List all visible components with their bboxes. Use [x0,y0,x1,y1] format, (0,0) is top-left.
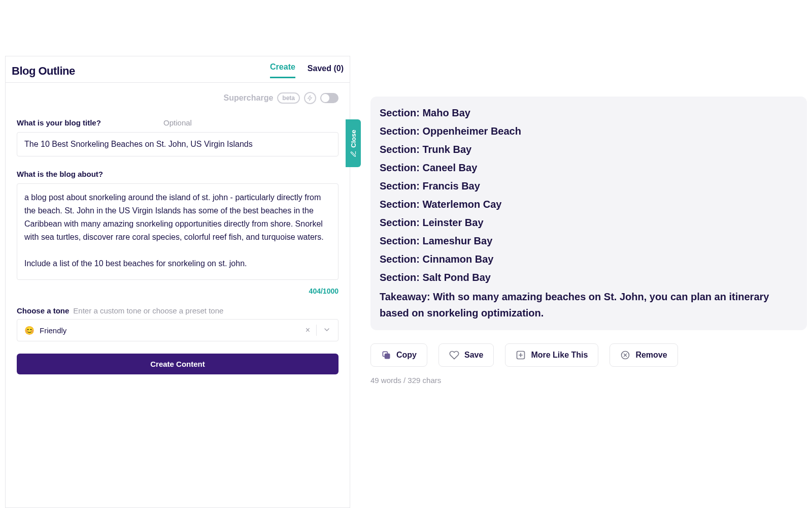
tone-text: Friendly [40,326,66,335]
clear-icon[interactable]: × [306,326,310,335]
remove-label: Remove [635,351,667,360]
tab-saved[interactable]: Saved (0) [308,64,344,78]
header-row: Blog Outline Create Saved (0) [6,56,350,83]
output-card: Section: Maho Bay Section: Oppenheimer B… [370,97,807,330]
outline-takeaway: Takeaway: With so many amazing beaches o… [380,289,798,321]
save-button[interactable]: Save [438,343,494,367]
supercharge-toggle[interactable] [320,93,339,103]
bolt-icon [304,92,316,104]
more-label: More Like This [531,351,588,360]
right-panel: Section: Maho Bay Section: Oppenheimer B… [350,0,812,508]
create-content-button[interactable]: Create Content [17,354,339,374]
outline-section: Section: Lameshur Bay [380,233,798,249]
tabs: Create Saved (0) [270,62,344,79]
tone-label: Choose a tone [17,306,69,315]
outline-section: Section: Waterlemon Cay [380,196,798,212]
title-label: What is your blog title? [17,118,101,127]
left-panel: Blog Outline Create Saved (0) Supercharg… [5,56,350,508]
cta-wrap: Create Content [6,347,350,384]
supercharge-row: Supercharge beta [6,83,350,110]
outline-section: Section: Cinnamon Bay [380,251,798,267]
form-section: What is your blog title? Optional What i… [6,118,350,295]
outline-section: Section: Francis Bay [380,178,798,194]
select-controls: × [306,325,331,336]
chevron-down-icon[interactable] [323,326,331,335]
tab-create[interactable]: Create [270,62,295,78]
char-count: 404/1000 [17,282,339,295]
copy-icon [381,350,391,360]
heart-icon [449,350,459,360]
optional-label: Optional [163,118,192,127]
outline-section: Section: Trunk Bay [380,141,798,157]
separator [316,325,317,336]
plus-square-icon [516,350,526,360]
outline-section: Section: Maho Bay [380,105,798,121]
copy-button[interactable]: Copy [370,343,427,367]
outline-section: Section: Caneel Bay [380,160,798,176]
tone-label-row: Choose a tone Enter a custom tone or cho… [17,306,339,315]
x-circle-icon [620,350,630,360]
pencil-icon [350,150,357,157]
outline-section: Section: Oppenheimer Beach [380,123,798,139]
close-label: Close [350,130,357,147]
outline-section: Section: Salt Pond Bay [380,269,798,285]
output-meta: 49 words / 329 chars [370,376,807,385]
close-button[interactable]: Close [346,119,361,167]
supercharge-label: Supercharge [224,93,274,103]
title-label-row: What is your blog title? Optional [17,118,339,127]
tone-block: Choose a tone Enter a custom tone or cho… [6,306,350,347]
outline-lines: Section: Maho Bay Section: Oppenheimer B… [380,105,798,321]
save-label: Save [464,351,483,360]
blog-title-input[interactable] [17,132,339,156]
about-label: What is the blog about? [17,170,103,178]
about-label-row: What is the blog about? [17,170,339,178]
remove-button[interactable]: Remove [610,343,678,367]
copy-label: Copy [396,351,417,360]
tone-select[interactable]: 😊 Friendly × [17,319,339,341]
tone-hint: Enter a custom tone or choose a preset t… [73,306,223,315]
page-title: Blog Outline [12,65,75,78]
blog-about-textarea[interactable] [17,183,339,280]
beta-pill: beta [277,92,300,104]
tone-emoji: 😊 [24,326,35,335]
actions-row: Copy Save More Like This Remove [370,343,807,367]
more-like-this-button[interactable]: More Like This [505,343,598,367]
outline-section: Section: Leinster Bay [380,214,798,231]
tone-value-wrap: 😊 Friendly [24,326,66,335]
